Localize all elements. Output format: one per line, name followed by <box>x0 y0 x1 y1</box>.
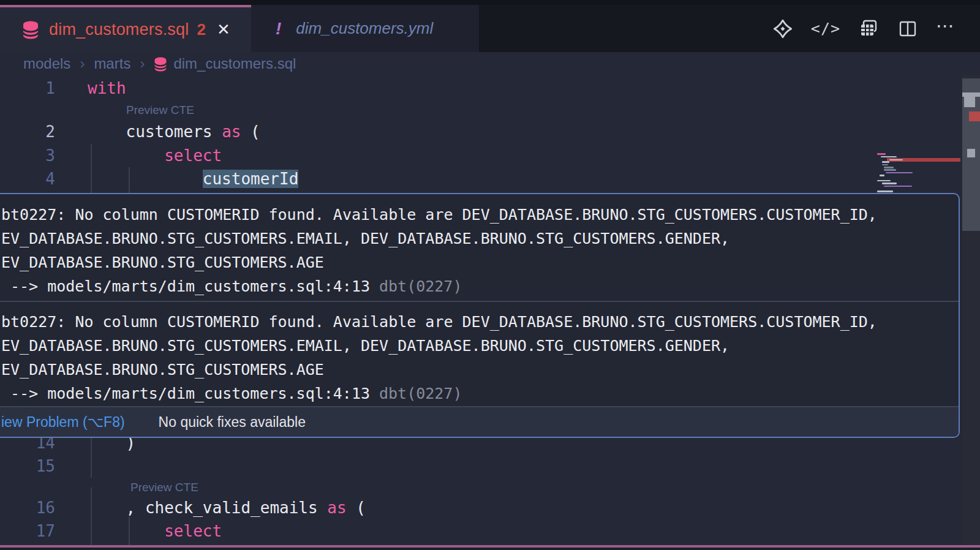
error-exclamation-icon: ! <box>276 19 281 39</box>
breadcrumb: models › marts › dim_customers.sql <box>0 52 980 75</box>
indent-guide <box>129 167 130 193</box>
highlighted-word-customerId: customerId <box>203 170 299 188</box>
indent-guide <box>91 488 92 545</box>
problem-message-line: EV_DATABASE.BRUNO.STG_CUSTOMERS.AGE <box>1 251 952 274</box>
code-line[interactable]: 16, check_valid_emails as ( <box>0 496 876 519</box>
tab-dim-customers-yml[interactable]: ! dim_customers.yml <box>251 5 479 52</box>
line-number: 4 <box>23 167 55 190</box>
line-number: 15 <box>23 454 55 478</box>
problem-messages: bt0227: No column CUSTOMERID found. Avai… <box>0 194 959 406</box>
minimap-code-bar <box>882 183 897 184</box>
tab-filename: dim_customers.sql <box>49 20 189 39</box>
code-line[interactable]: 15 <box>0 454 876 478</box>
line-number: 16 <box>23 496 55 519</box>
vscode-editor-window: dim_customers.sql 2 ✕ ! dim_customers.ym… <box>0 0 980 550</box>
breadcrumb-item-models[interactable]: models <box>23 55 70 72</box>
problem-message-line: bt0227: No column CUSTOMERID found. Avai… <box>1 310 952 334</box>
split-editor-icon[interactable] <box>898 19 918 39</box>
problem-message-line: EV_DATABASE.BRUNO.STG_CUSTOMERS.AGE <box>1 358 952 382</box>
minimap-code-bar <box>880 175 884 176</box>
problem-message-block: bt0227: No column CUSTOMERID found. Avai… <box>0 194 959 301</box>
minimap-code-bar <box>889 159 903 161</box>
minimap-code-bar <box>882 164 888 166</box>
view-problem-link[interactable]: iew Problem (⌥F8) <box>1 414 125 431</box>
code-line-text: select <box>164 144 222 167</box>
problem-location-line: --> models/marts/dim_customers.sql:4:13d… <box>1 274 952 298</box>
query-results-table-icon[interactable] <box>859 18 880 39</box>
line-number: 17 <box>23 519 55 543</box>
code-line-text: with <box>88 77 126 100</box>
problem-message-line: EV_DATABASE.BRUNO.STG_CUSTOMERS.EMAIL, D… <box>1 227 952 251</box>
breadcrumb-item-marts[interactable]: marts <box>94 55 130 72</box>
database-icon <box>154 56 167 72</box>
dbt-power-user-icon[interactable] <box>773 19 793 39</box>
line-number: 3 <box>23 144 55 167</box>
code-line[interactable]: 17select <box>0 519 876 543</box>
problem-message-line: bt0227: No column CUSTOMERID found. Avai… <box>1 203 952 227</box>
tab-filename: dim_customers.yml <box>296 19 433 38</box>
problem-file-location[interactable]: --> models/marts/dim_customers.sql:4:13 <box>10 277 370 295</box>
code-editor[interactable]: 1withPreview CTE2customers as (3select4c… <box>0 75 980 550</box>
minimap-code-bar <box>881 156 897 158</box>
open-paren: ( <box>241 122 260 141</box>
minimap-code-bar <box>882 161 889 163</box>
overview-ruler-mark <box>967 149 975 157</box>
overview-ruler-mark <box>962 92 980 97</box>
code-lens-preview-cte[interactable]: Preview CTE <box>126 102 194 119</box>
problem-hover-panel: bt0227: No column CUSTOMERID found. Avai… <box>0 193 960 438</box>
more-actions-icon[interactable]: ⋯ <box>936 23 956 35</box>
chevron-right-icon: › <box>140 55 145 72</box>
editor-action-toolbar: </> ⋯ <box>773 5 980 52</box>
database-icon <box>22 20 39 40</box>
panel-below-edge <box>0 548 980 550</box>
minimap-code-bar <box>877 190 893 192</box>
code-line-text: , check_valid_emails as ( <box>126 496 366 519</box>
minimap-code-bar <box>877 180 891 182</box>
code-line-text: customerId <box>203 167 299 190</box>
code-line[interactable]: 4customerId <box>0 167 876 190</box>
compiled-code-icon[interactable]: </> <box>811 20 840 37</box>
code-lens-preview-cte[interactable]: Preview CTE <box>130 479 198 496</box>
breadcrumb-item-file[interactable]: dim_customers.sql <box>173 55 296 72</box>
problem-source-code: dbt(0227) <box>379 385 462 402</box>
overview-ruler-error-mark <box>969 111 980 121</box>
minimap-code-bar <box>884 186 912 187</box>
minimap-code-bar <box>884 167 894 168</box>
close-icon[interactable]: ✕ <box>217 20 230 39</box>
indent-guide <box>91 438 92 478</box>
hover-status-bar: iew Problem (⌥F8) No quick fixes availab… <box>0 406 959 437</box>
code-line[interactable]: 1with <box>0 77 876 100</box>
no-quick-fixes-text: No quick fixes available <box>159 414 306 431</box>
problem-message-line: EV_DATABASE.BRUNO.STG_CUSTOMERS.EMAIL, D… <box>1 334 952 358</box>
minimap-code-bar <box>884 169 896 171</box>
chevron-right-icon: › <box>80 55 85 72</box>
code-line[interactable]: 2customers as ( <box>0 120 876 143</box>
problem-location-line: --> models/marts/dim_customers.sql:4:13d… <box>1 382 952 405</box>
editor-tab-bar: dim_customers.sql 2 ✕ ! dim_customers.ym… <box>0 5 980 52</box>
overview-ruler-mark <box>964 97 975 107</box>
minimap-code-bar <box>886 172 913 174</box>
line-number: 2 <box>23 120 55 143</box>
indent-guide <box>91 144 92 193</box>
code-line[interactable]: 3select <box>0 144 876 167</box>
problem-message-block: bt0227: No column CUSTOMERID found. Avai… <box>0 301 959 406</box>
line-number: 1 <box>23 77 55 100</box>
scrollbar-track[interactable] <box>962 75 980 550</box>
code-line-text: customers as ( <box>126 120 260 143</box>
code-line-text: select <box>164 519 222 543</box>
tab-problem-count-badge: 2 <box>197 20 205 39</box>
indent-guide <box>129 517 130 545</box>
tab-dim-customers-sql[interactable]: dim_customers.sql 2 ✕ <box>0 5 251 52</box>
minimap-code-bar <box>877 153 886 155</box>
window-top-edge <box>0 0 980 5</box>
problem-file-location[interactable]: --> models/marts/dim_customers.sql:4:13 <box>10 385 370 402</box>
problem-source-code: dbt(0227) <box>379 277 462 295</box>
